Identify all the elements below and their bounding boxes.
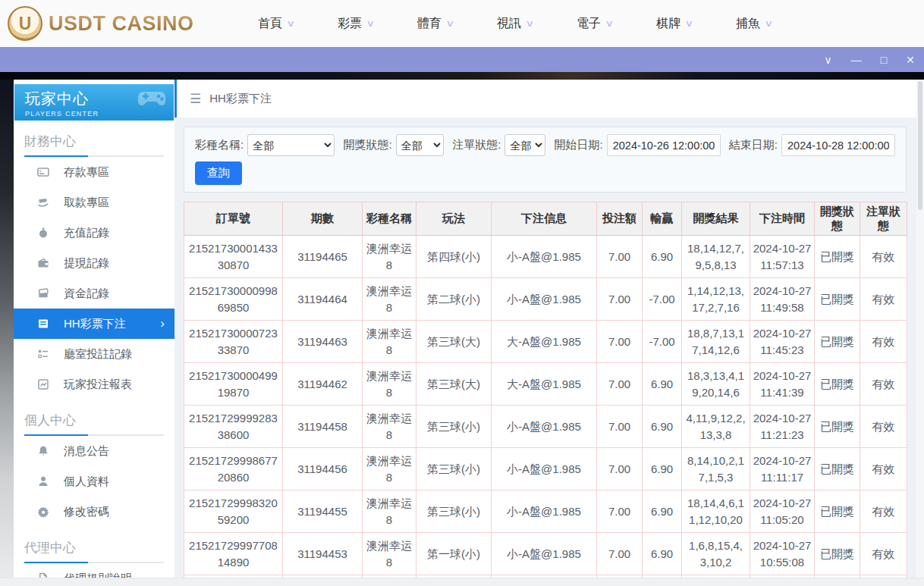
nav-item-捕魚[interactable]: 捕魚∨ <box>715 16 794 32</box>
nav-item-棋牌[interactable]: 棋牌∨ <box>635 16 715 32</box>
nav-item-label: 視訊 <box>497 16 521 32</box>
sidebar-item-存款專區[interactable]: 存款專區 <box>14 157 174 187</box>
table-cell: 澳洲幸运8 <box>363 363 416 406</box>
draw-status-select[interactable]: 全部 <box>396 134 444 156</box>
table-cell: 有效 <box>860 363 907 406</box>
sidebar-item-提現記錄[interactable]: 提現記錄 <box>14 248 174 278</box>
column-header: 投注額 <box>597 202 643 236</box>
table-cell: 31194462 <box>283 363 363 406</box>
table-cell: 7.00 <box>597 236 643 278</box>
menu-icon[interactable]: ☰ <box>190 91 201 107</box>
logo[interactable]: U USDT CASINO <box>8 6 194 41</box>
nav-item-視訊[interactable]: 視訊∨ <box>476 16 555 32</box>
start-date-input[interactable] <box>607 134 721 156</box>
sidebar-item-充值記錄[interactable]: 充值記錄 <box>14 218 174 248</box>
column-header: 下注信息 <box>492 202 597 236</box>
table-cell: 2152173000143330870 <box>184 236 283 278</box>
site-header: U USDT CASINO 首頁∨彩票∨體育∨視訊∨電子∨棋牌∨捕魚∨ <box>0 0 924 47</box>
nav-item-體育[interactable]: 體育∨ <box>396 16 476 32</box>
table-cell <box>750 575 815 578</box>
table-cell <box>492 575 597 578</box>
table-cell: 18,3,13,4,19,20,14,6 <box>682 363 750 406</box>
window-titlebar: ∨ — □ ✕ <box>0 47 924 72</box>
lottery-name-select[interactable]: 全部 <box>247 134 335 156</box>
sidebar-item-label: 充值記錄 <box>64 226 109 240</box>
window-maximize-icon[interactable]: □ <box>881 55 887 65</box>
table-cell: 第三球(大) <box>416 363 492 406</box>
window-controls: ∨ — □ ✕ <box>825 47 915 72</box>
nav-item-首頁[interactable]: 首頁∨ <box>237 16 316 32</box>
table-cell: 澳洲幸运8 <box>363 278 416 321</box>
table-cell: 已開獎 <box>815 448 860 490</box>
nav-item-電子[interactable]: 電子∨ <box>555 16 635 32</box>
column-header: 開獎結果 <box>682 202 750 236</box>
table-cell: 第一球(小) <box>416 533 492 575</box>
column-header: 玩法 <box>416 202 492 236</box>
window-minimize-icon[interactable]: — <box>851 55 862 65</box>
table-cell: 8,14,10,2,17,1,5,3 <box>682 448 750 490</box>
table-cell: 第三球(小) <box>416 490 492 533</box>
table-cell: 已開獎 <box>815 406 860 448</box>
chevron-down-icon: ∨ <box>685 18 694 29</box>
nav-item-彩票[interactable]: 彩票∨ <box>316 16 396 32</box>
table-row: 215217300014333087031194465澳洲幸运8第四球(小)小-… <box>184 236 907 278</box>
order-status-select[interactable]: 全部 <box>504 134 545 156</box>
logo-coin-icon: U <box>8 6 42 41</box>
end-date-input[interactable] <box>781 134 895 156</box>
table-row: 215217299992833860031194458澳洲幸运8第三球(小)小-… <box>184 406 907 448</box>
table-cell: 第三球(大) <box>416 321 492 363</box>
draw-status-label: 開獎狀態: <box>344 138 392 152</box>
table-cell: 2024-10-27 11:21:23 <box>750 406 815 448</box>
sidebar-item-代理規則說明[interactable]: 代理規則說明 <box>14 563 174 578</box>
table-cell: 小-A盤@1.985 <box>492 278 597 321</box>
sidebar-item-修改密碼[interactable]: 修改密碼 <box>14 497 174 527</box>
breadcrumb: ☰ HH彩票下注 <box>174 80 924 118</box>
gear-icon <box>36 506 49 519</box>
app-window: U USDT CASINO 首頁∨彩票∨體育∨視訊∨電子∨棋牌∨捕魚∨ ∨ — … <box>0 0 924 586</box>
sidebar-item-廳室投註記錄[interactable]: 廳室投註記錄 <box>14 339 174 369</box>
table-cell: 澳洲幸运8 <box>363 236 416 278</box>
table-cell: 7.00 <box>597 406 643 448</box>
vertical-scrollbar[interactable] <box>916 80 924 578</box>
table-cell: 6.90 <box>643 533 682 575</box>
table-cell: 有效 <box>860 321 907 363</box>
main-nav: 首頁∨彩票∨體育∨視訊∨電子∨棋牌∨捕魚∨ <box>237 16 794 32</box>
column-header: 彩種名稱 <box>363 202 416 236</box>
window-collapse-icon[interactable]: ∨ <box>825 55 832 65</box>
banknotes-icon <box>36 287 49 300</box>
lottery-name-label: 彩種名稱: <box>195 138 244 152</box>
table-cell <box>815 575 860 578</box>
sidebar-item-玩家投注報表[interactable]: 玩家投注報表 <box>14 369 174 400</box>
table-cell: 小-A盤@1.985 <box>492 448 597 490</box>
sidebar-item-個人資料[interactable]: 個人資料 <box>14 466 174 497</box>
table-cell: 有效 <box>860 490 907 533</box>
table-cell: 大-A盤@1.985 <box>492 363 597 406</box>
vertical-scrollbar-thumb[interactable] <box>918 81 922 210</box>
search-button[interactable]: 查詢 <box>195 161 242 185</box>
table-cell: 2024-10-27 11:11:17 <box>750 448 815 490</box>
table-cell <box>860 575 907 578</box>
table-cell: 已開獎 <box>815 490 860 533</box>
window-close-icon[interactable]: ✕ <box>906 55 915 65</box>
main-panel: ☰ HH彩票下注 彩種名稱: 全部 開獎狀態: 全部 注單狀態: <box>174 80 924 578</box>
table-cell: -7.00 <box>643 321 682 363</box>
sidebar-item-資金記錄[interactable]: 資金記錄 <box>14 278 174 309</box>
table-cell: 2024-10-27 11:41:39 <box>750 363 815 406</box>
table-cell: 第四球(小) <box>416 236 492 278</box>
sidebar-item-消息公告[interactable]: 消息公告 <box>14 436 174 466</box>
sidebar-item-label: 修改密碼 <box>64 505 109 519</box>
table-cell: 2152173000099869850 <box>184 278 283 321</box>
sidebar-item-label: 取款專區 <box>64 196 109 210</box>
table-cell: 有效 <box>860 278 907 321</box>
table-row <box>184 575 907 578</box>
sidebar-item-HH彩票下注[interactable]: HH彩票下注› <box>14 309 174 339</box>
table-row: 215217300007233387031194463澳洲幸运8第三球(大)大-… <box>184 321 907 363</box>
nav-item-label: 電子 <box>577 16 601 32</box>
table-cell: 7.00 <box>597 448 643 490</box>
table-cell: 31194456 <box>283 448 363 490</box>
table-cell <box>682 575 750 578</box>
sidebar-item-取款專區[interactable]: 取款專區 <box>14 187 174 218</box>
column-header: 注單狀態 <box>860 202 907 236</box>
sidebar-section-title: 個人中心 <box>24 412 164 429</box>
horizontal-scrollbar[interactable] <box>0 578 924 586</box>
